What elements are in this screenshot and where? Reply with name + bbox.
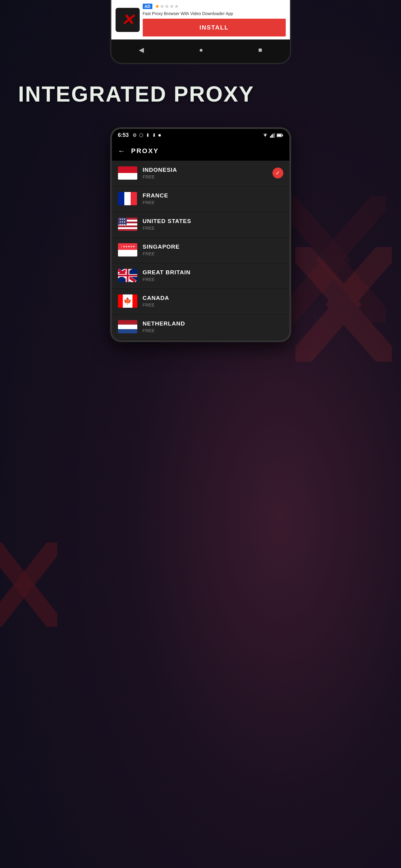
flag-top — [118, 166, 137, 173]
country-name-canada: CANADA — [143, 295, 283, 301]
selected-badge-indonesia: ✓ — [273, 167, 283, 179]
back-button[interactable]: ← — [118, 147, 125, 155]
flag-france — [118, 192, 137, 205]
download2-status-icon: ⬇ — [152, 132, 156, 138]
svg-rect-0 — [270, 136, 271, 138]
battery-icon — [277, 133, 283, 137]
flag-top-sg: ☽ ★★★★★ — [118, 243, 137, 250]
ad-title: Fast Proxy Browser With Video Downloader… — [143, 11, 286, 16]
status-bar: 6:53 ⚙ ⬡ ⬇ ⬇ — [112, 129, 289, 141]
svg-rect-1 — [271, 135, 272, 138]
country-name-indonesia: INDONESIA — [143, 167, 273, 173]
nav-back-icon[interactable]: ◀ — [139, 46, 144, 54]
install-button[interactable]: INSTALL — [143, 19, 286, 36]
bottom-phone-mockup: 6:53 ⚙ ⬡ ⬇ ⬇ — [110, 127, 291, 342]
shield-status-icon: ⬡ — [139, 132, 143, 138]
ad-tag: AD — [143, 4, 152, 9]
flag-bottom — [118, 173, 137, 180]
flag-red-france — [131, 192, 137, 205]
nav-home-icon[interactable]: ● — [199, 46, 203, 54]
flag-red-right-canada — [133, 294, 137, 308]
usa-canton: ★★★★★★★★★ — [118, 218, 127, 225]
country-info-usa: UNITED STATES FREE — [143, 218, 283, 230]
country-info-france: FRANCE FREE — [143, 192, 283, 205]
top-phone-container: ✕ AD ★★★★★ Fast Proxy Browser With Video… — [0, 0, 401, 64]
flag-canada: 🍁 — [118, 294, 137, 308]
proxy-item-usa[interactable]: ★★★★★★★★★ UNITED STATES FREE — [112, 212, 289, 237]
country-name-netherlands: NETHERLAND — [143, 320, 283, 327]
proxy-item-gb[interactable]: GREAT BRITAIN FREE — [112, 264, 289, 288]
country-name-singapore: SINGAPORE — [143, 244, 283, 250]
flag-white-mid-canada: 🍁 — [123, 294, 133, 308]
nav-recents-icon[interactable]: ■ — [258, 46, 262, 54]
download1-status-icon: ⬇ — [146, 132, 150, 138]
flag-blue — [118, 192, 124, 205]
proxy-item-indonesia[interactable]: INDONESIA FREE ✓ — [112, 161, 289, 185]
ad-content: AD ★★★★★ Fast Proxy Browser With Video D… — [143, 3, 286, 36]
country-price-singapore: FREE — [143, 251, 283, 256]
top-phone-mockup: ✕ AD ★★★★★ Fast Proxy Browser With Video… — [110, 0, 291, 64]
country-price-gb: FREE — [143, 277, 283, 282]
phone-scrollbar[interactable] — [290, 189, 291, 231]
country-price-usa: FREE — [143, 225, 283, 230]
integrated-proxy-section: INTEGRATED PROXY — [0, 64, 401, 118]
flag-usa: ★★★★★★★★★ — [118, 218, 137, 231]
flag-bottom-nl — [118, 329, 137, 334]
proxy-list: INDONESIA FREE ✓ FRANCE FREE — [112, 161, 289, 339]
flag-red-left-canada — [118, 294, 123, 308]
svg-rect-3 — [274, 133, 275, 138]
signal-icon — [270, 133, 275, 138]
country-name-usa: UNITED STATES — [143, 218, 283, 224]
country-name-france: FRANCE — [143, 192, 283, 199]
country-info-indonesia: INDONESIA FREE — [143, 167, 273, 179]
country-info-canada: CANADA FREE — [143, 295, 283, 307]
maple-leaf-icon: 🍁 — [123, 298, 132, 304]
status-icons: ⚙ ⬡ ⬇ ⬇ — [133, 132, 161, 138]
flag-singapore: ☽ ★★★★★ — [118, 243, 137, 256]
bottom-phone-container: 6:53 ⚙ ⬡ ⬇ ⬇ — [0, 118, 401, 342]
country-info-gb: GREAT BRITAIN FREE — [143, 269, 283, 282]
svg-rect-6 — [282, 134, 283, 136]
country-price-france: FREE — [143, 200, 283, 205]
country-price-canada: FREE — [143, 302, 283, 307]
country-info-singapore: SINGAPORE FREE — [143, 244, 283, 256]
status-time: 6:53 — [118, 132, 129, 138]
ad-stars: ★★★★★ — [155, 3, 179, 10]
app-header: ← PROXY — [112, 141, 289, 161]
stripe-7 — [118, 229, 137, 231]
flag-white-france — [124, 192, 131, 205]
status-dot — [159, 134, 161, 136]
svg-rect-2 — [273, 134, 274, 138]
flag-gb — [118, 269, 137, 282]
ad-x-icon: ✕ — [121, 11, 134, 29]
status-left: 6:53 ⚙ ⬡ ⬇ ⬇ — [118, 132, 161, 138]
svg-rect-5 — [277, 134, 281, 136]
country-price-netherlands: FREE — [143, 328, 283, 333]
flag-indonesia — [118, 166, 137, 180]
flag-top-nl — [118, 320, 137, 324]
proxy-item-netherlands[interactable]: NETHERLAND FREE — [112, 315, 289, 339]
proxy-item-singapore[interactable]: ☽ ★★★★★ SINGAPORE FREE — [112, 238, 289, 262]
country-price-indonesia: FREE — [143, 174, 273, 179]
country-name-gb: GREAT BRITAIN — [143, 269, 283, 276]
flag-mid-nl — [118, 324, 137, 329]
country-info-netherlands: NETHERLAND FREE — [143, 320, 283, 333]
app-header-title: PROXY — [131, 147, 159, 155]
ad-banner: ✕ AD ★★★★★ Fast Proxy Browser With Video… — [111, 0, 290, 39]
phone-nav-bar: ◀ ● ■ — [111, 39, 290, 63]
integrated-proxy-title: INTEGRATED PROXY — [18, 82, 383, 106]
flag-bottom-sg — [118, 250, 137, 256]
bg-x-logo-bottom — [0, 542, 57, 627]
proxy-item-france[interactable]: FRANCE FREE — [112, 187, 289, 211]
settings-status-icon: ⚙ — [133, 132, 137, 138]
proxy-item-canada[interactable]: 🍁 CANADA FREE — [112, 289, 289, 313]
status-right — [262, 133, 283, 138]
ad-logo: ✕ — [116, 8, 140, 32]
ad-tag-row: AD ★★★★★ — [143, 3, 286, 10]
gb-cross-v-red — [126, 269, 128, 282]
wifi-icon — [262, 133, 268, 138]
flag-netherlands — [118, 320, 137, 333]
